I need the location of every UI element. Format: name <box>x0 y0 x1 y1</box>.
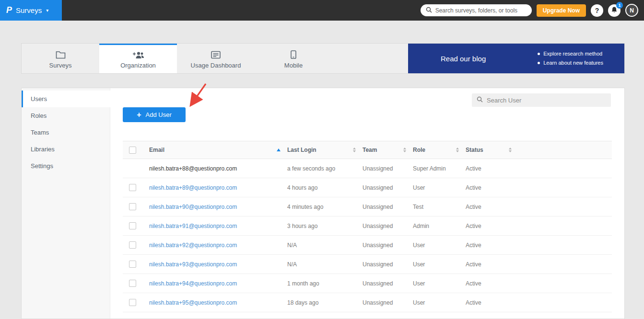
table-row: nilesh.batra+93@questionpro.com N/A Unas… <box>123 255 612 274</box>
questionpro-logo-icon: P <box>6 5 12 15</box>
blog-panel-title: Read our blog <box>441 55 486 63</box>
product-name: Surveys <box>16 6 42 14</box>
help-button[interactable]: ? <box>591 4 603 17</box>
status-cell: Active <box>466 165 518 172</box>
sidebar-item-libraries[interactable]: Libraries <box>22 141 110 158</box>
status-cell: Active <box>466 184 518 191</box>
team-cell: Unassigned <box>363 299 413 306</box>
column-header-role[interactable]: Role <box>413 147 425 153</box>
role-cell: Admin <box>413 223 466 229</box>
role-cell: User <box>413 299 466 306</box>
user-email-link[interactable]: nilesh.batra+93@questionpro.com <box>149 261 237 268</box>
row-checkbox[interactable] <box>129 184 136 191</box>
user-email-link[interactable]: nilesh.batra+90@questionpro.com <box>149 204 237 210</box>
plus-icon: + <box>137 111 141 119</box>
select-all-checkbox[interactable] <box>129 147 136 154</box>
table-row: nilesh.batra+90@questionpro.com 4 minute… <box>123 197 612 216</box>
add-user-button[interactable]: + Add User <box>123 107 186 122</box>
search-icon <box>426 6 432 15</box>
row-checkbox[interactable] <box>129 280 136 287</box>
row-checkbox[interactable] <box>129 261 136 268</box>
tab-label: Mobile <box>284 62 303 69</box>
last-login-cell: 4 minutes ago <box>287 204 363 210</box>
sidebar-item-users[interactable]: Users <box>22 91 110 107</box>
users-table: Email Last Login Team Role Status <box>123 141 612 312</box>
team-cell: Unassigned <box>363 261 413 268</box>
chevron-down-icon: ▾ <box>46 8 48 13</box>
user-email-link[interactable]: nilesh.batra+92@questionpro.com <box>149 242 237 249</box>
last-login-cell: a few seconds ago <box>287 165 363 172</box>
folder-icon <box>56 51 66 59</box>
user-email-link[interactable]: nilesh.batra+94@questionpro.com <box>149 280 237 287</box>
status-cell: Active <box>466 261 518 268</box>
blog-promo-panel[interactable]: Read our blog Explore research method Le… <box>408 44 624 73</box>
tab-surveys[interactable]: Surveys <box>22 44 99 73</box>
sidebar-item-roles[interactable]: Roles <box>22 107 110 124</box>
notification-badge: 1 <box>616 2 623 9</box>
tab-label: Usage Dashboard <box>191 62 241 69</box>
status-cell: Active <box>466 280 518 287</box>
status-cell: Active <box>466 204 518 210</box>
blog-bullet-list: Explore research method Learn about new … <box>538 49 603 68</box>
upgrade-now-button[interactable]: Upgrade Now <box>537 4 586 17</box>
sidebar-item-teams[interactable]: Teams <box>22 124 110 141</box>
team-cell: Unassigned <box>363 223 413 229</box>
user-email-link[interactable]: nilesh.batra+91@questionpro.com <box>149 223 237 229</box>
user-avatar[interactable]: N <box>625 4 638 17</box>
search-icon <box>477 96 483 104</box>
row-checkbox[interactable] <box>129 241 136 249</box>
status-cell: Active <box>466 299 518 306</box>
column-header-status[interactable]: Status <box>466 147 483 153</box>
sort-icon[interactable] <box>353 148 356 152</box>
search-user-input[interactable] <box>487 97 606 104</box>
table-row: nilesh.batra+88@questionpro.com a few se… <box>123 159 612 178</box>
organization-sidebar: Users Roles Teams Libraries Settings <box>22 88 110 319</box>
add-user-label: Add User <box>146 111 172 118</box>
role-cell: Super Admin <box>413 165 466 172</box>
tab-label: Surveys <box>49 62 72 69</box>
row-checkbox[interactable] <box>129 299 136 306</box>
last-login-cell: 4 hours ago <box>287 184 363 191</box>
search-user-box[interactable] <box>472 93 611 107</box>
last-login-cell: 3 hours ago <box>287 223 363 229</box>
column-header-team[interactable]: Team <box>363 147 377 153</box>
blog-bullet: Explore research method <box>538 49 603 58</box>
tab-organization[interactable]: Organization <box>99 44 177 73</box>
role-cell: User <box>413 280 466 287</box>
user-email-link[interactable]: nilesh.batra+89@questionpro.com <box>149 184 237 191</box>
notifications-button[interactable]: 1 <box>608 4 621 17</box>
role-cell: Test <box>413 204 466 210</box>
global-search[interactable] <box>421 4 532 16</box>
global-search-input[interactable] <box>435 7 527 14</box>
column-header-email[interactable]: Email <box>149 147 164 153</box>
tab-usage-dashboard[interactable]: Usage Dashboard <box>177 44 255 73</box>
sort-ascending-icon[interactable] <box>277 148 281 151</box>
team-cell: Unassigned <box>363 165 413 172</box>
tab-label: Organization <box>120 62 156 69</box>
user-email-link[interactable]: nilesh.batra+95@questionpro.com <box>149 299 237 306</box>
question-mark-icon: ? <box>595 7 599 14</box>
last-login-cell: 1 month ago <box>287 280 363 287</box>
role-cell: User <box>413 184 466 191</box>
main-tab-bar: Surveys Organization Usage Dashboard Mob… <box>21 43 625 74</box>
table-row: nilesh.batra+89@questionpro.com 4 hours … <box>123 178 612 197</box>
users-table-header: Email Last Login Team Role Status <box>123 141 612 159</box>
topbar-actions: Upgrade Now ? 1 N <box>421 4 644 17</box>
row-checkbox[interactable] <box>129 203 136 210</box>
product-switcher[interactable]: P Surveys ▾ <box>0 0 62 21</box>
sort-icon[interactable] <box>509 148 512 152</box>
user-table-body: nilesh.batra+88@questionpro.com a few se… <box>123 159 612 312</box>
avatar-initial: N <box>630 7 634 14</box>
sort-icon[interactable] <box>403 148 406 152</box>
top-bar: P Surveys ▾ Upgrade Now ? 1 N <box>0 0 644 21</box>
row-checkbox[interactable] <box>129 222 136 229</box>
add-people-icon <box>132 51 144 59</box>
last-login-cell: 18 days ago <box>287 299 363 306</box>
team-cell: Unassigned <box>363 204 413 210</box>
sort-icon[interactable] <box>456 148 459 152</box>
table-row: nilesh.batra+91@questionpro.com 3 hours … <box>123 216 612 236</box>
sidebar-item-settings[interactable]: Settings <box>22 158 110 174</box>
column-header-last-login[interactable]: Last Login <box>287 147 316 153</box>
team-cell: Unassigned <box>363 242 413 249</box>
tab-mobile[interactable]: Mobile <box>255 44 332 73</box>
